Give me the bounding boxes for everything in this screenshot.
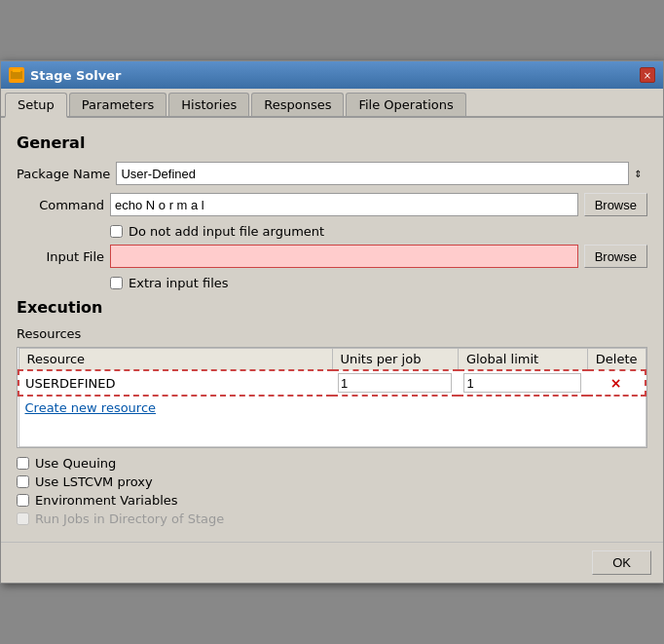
ok-button[interactable]: OK — [592, 550, 651, 575]
execution-section: Execution Resources Resource Units per j… — [17, 298, 647, 526]
table-header-row: Resource Units per job Global limit Dele… — [18, 349, 646, 371]
resource-units-cell — [332, 370, 458, 396]
run-jobs-row: Run Jobs in Directory of Stage — [17, 511, 647, 526]
input-file-row: Input File Browse — [17, 245, 647, 268]
execution-title: Execution — [17, 298, 647, 317]
tab-file-operations[interactable]: File Operations — [346, 93, 465, 116]
svg-rect-0 — [11, 71, 22, 79]
spacer-cell — [18, 417, 646, 446]
run-jobs-checkbox — [17, 512, 29, 525]
use-lstcvm-label: Use LSTCVM proxy — [35, 474, 153, 489]
tab-bar: Setup Parameters Histories Responses Fil… — [1, 89, 663, 118]
col-resource: Resource — [18, 349, 332, 371]
command-browse-button[interactable]: Browse — [584, 193, 647, 216]
extra-input-row: Extra input files — [110, 276, 647, 290]
title-bar: Stage Solver × — [1, 61, 663, 89]
package-name-select-wrapper: ⇕ — [116, 162, 647, 185]
package-name-input[interactable] — [116, 162, 647, 185]
create-resource-cell: Create new resource — [18, 396, 646, 417]
global-limit-input[interactable] — [463, 373, 581, 393]
run-jobs-label: Run Jobs in Directory of Stage — [35, 511, 224, 526]
tab-setup[interactable]: Setup — [5, 93, 67, 118]
spacer-row — [18, 417, 646, 446]
tab-histories[interactable]: Histories — [168, 93, 249, 116]
close-button[interactable]: × — [640, 67, 655, 83]
use-queuing-checkbox[interactable] — [17, 457, 29, 470]
col-units: Units per job — [332, 349, 458, 371]
main-content: General Package Name ⇕ Command Browse Do… — [1, 118, 663, 542]
env-vars-label: Environment Variables — [35, 493, 178, 508]
create-resource-row: Create new resource — [18, 396, 646, 417]
general-section: General Package Name ⇕ Command Browse Do… — [17, 133, 647, 290]
title-bar-left: Stage Solver — [9, 67, 121, 83]
table-row: USERDEFINED × — [18, 370, 646, 396]
input-file-input[interactable] — [110, 245, 578, 268]
svg-rect-1 — [13, 69, 20, 72]
resource-name: USERDEFINED — [25, 376, 116, 391]
use-queuing-label: Use Queuing — [35, 456, 116, 471]
input-file-label: Input File — [17, 249, 104, 264]
resource-delete-cell: × — [587, 370, 646, 396]
package-name-row: Package Name ⇕ — [17, 162, 647, 185]
footer-checkboxes: Use Queuing Use LSTCVM proxy Environment… — [17, 456, 647, 526]
resources-table-container: Resource Units per job Global limit Dele… — [17, 347, 647, 448]
no-input-arg-label: Do not add input file argument — [129, 224, 324, 239]
general-title: General — [17, 133, 647, 152]
env-vars-checkbox[interactable] — [17, 494, 29, 507]
resource-name-cell: USERDEFINED — [18, 370, 332, 396]
use-queuing-row: Use Queuing — [17, 456, 647, 471]
units-per-job-input[interactable] — [338, 373, 452, 393]
col-delete: Delete — [587, 349, 646, 371]
command-input[interactable] — [110, 193, 578, 216]
tab-parameters[interactable]: Parameters — [69, 93, 166, 116]
input-file-browse-button[interactable]: Browse — [584, 245, 647, 268]
tab-responses[interactable]: Responses — [251, 93, 344, 116]
command-label: Command — [17, 198, 104, 212]
use-lstcvm-row: Use LSTCVM proxy — [17, 474, 647, 489]
extra-input-checkbox[interactable] — [110, 277, 123, 289]
no-input-arg-row: Do not add input file argument — [110, 224, 647, 239]
use-lstcvm-checkbox[interactable] — [17, 475, 29, 488]
extra-input-label: Extra input files — [129, 276, 229, 290]
package-name-label: Package Name — [17, 167, 110, 181]
window-title: Stage Solver — [30, 68, 121, 83]
app-icon — [9, 67, 24, 83]
env-vars-row: Environment Variables — [17, 493, 647, 508]
create-resource-link[interactable]: Create new resource — [25, 400, 157, 415]
delete-resource-button[interactable]: × — [610, 375, 622, 391]
no-input-arg-checkbox[interactable] — [110, 225, 123, 238]
resources-table: Resource Units per job Global limit Dele… — [18, 348, 646, 447]
resource-global-cell — [458, 370, 587, 396]
ok-row: OK — [1, 542, 663, 583]
main-window: Stage Solver × Setup Parameters Historie… — [0, 60, 664, 584]
command-row: Command Browse — [17, 193, 647, 216]
resources-label: Resources — [17, 326, 647, 341]
col-global: Global limit — [458, 349, 587, 371]
